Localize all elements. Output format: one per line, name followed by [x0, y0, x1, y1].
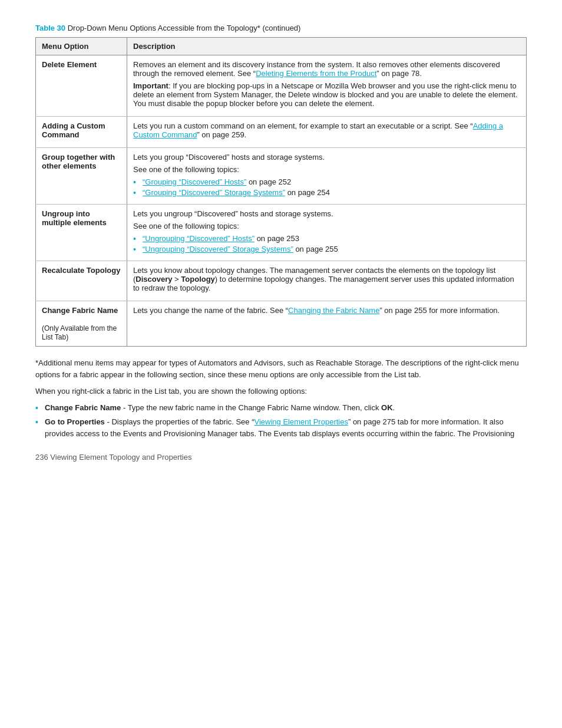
description-intro-para: Lets you ungroup “Discovered” hosts and …: [133, 209, 520, 218]
description-cell: Lets you group “Discovered” hosts and st…: [127, 148, 527, 205]
description-link[interactable]: Changing the Fabric Name: [288, 306, 379, 315]
main-table: Menu Option Description Delete ElementRe…: [35, 37, 527, 347]
bullet-link[interactable]: “Grouping “Discovered” Storage Systems”: [143, 188, 285, 197]
description-link[interactable]: Deleting Elements from the Product: [256, 69, 376, 78]
description-intro-para: Lets you group “Discovered” hosts and st…: [133, 153, 520, 162]
description-see-para: See one of the following topics:: [133, 165, 520, 174]
footnote-bullet-bold-end: OK: [381, 403, 393, 412]
table-row: Delete ElementRemoves an element and its…: [36, 55, 527, 117]
menu-option-label: Recalculate Topology: [42, 266, 120, 275]
description-cell: Lets you know about topology changes. Th…: [127, 261, 527, 301]
description-cell: Lets you ungroup “Discovered” hosts and …: [127, 205, 527, 261]
menu-option-cell: Adding a Custom Command: [36, 117, 127, 148]
table-row: Ungroup into multiple elementsLets you u…: [36, 205, 527, 261]
footnote-bullet-link[interactable]: Viewing Element Properties: [254, 417, 348, 426]
menu-option-label: Ungroup into multiple elements: [42, 209, 107, 227]
menu-option-label: Group together with other elements: [42, 153, 115, 170]
description-cell: Removes an element and its discovery ins…: [127, 55, 527, 117]
table-row: Recalculate TopologyLets you know about …: [36, 261, 527, 301]
description-para: Lets you know about topology changes. Th…: [133, 266, 520, 292]
table-caption: Table 30 Drop-Down Menu Options Accessib…: [35, 24, 527, 32]
menu-option-sub-label: (Only Available from the List Tab): [42, 324, 117, 341]
menu-option-cell: Group together with other elements: [36, 148, 127, 205]
table-row: Change Fabric Name(Only Available from t…: [36, 301, 527, 347]
col-header-description: Description: [127, 38, 527, 55]
description-bullet-list: “Ungrouping “Discovered” Hosts” on page …: [133, 234, 520, 253]
table-row: Adding a Custom CommandLets you run a cu…: [36, 117, 527, 148]
description-bold: Topology: [181, 275, 215, 284]
footnote-bullet-list: Change Fabric Name - Type the new fabric…: [35, 402, 527, 439]
menu-option-label: Change Fabric Name: [42, 306, 118, 315]
description-important-para: Important: If you are blocking pop-ups i…: [133, 81, 520, 108]
table-label: Table 30: [35, 24, 65, 32]
description-cell: Lets you change the name of the fabric. …: [127, 301, 527, 347]
footnote-section: *Additional menu items may appear for ty…: [35, 357, 527, 440]
description-bold: Discovery: [135, 275, 172, 284]
menu-option-cell: Delete Element: [36, 55, 127, 117]
menu-option-cell: Ungroup into multiple elements: [36, 205, 127, 261]
list-item: Change Fabric Name - Type the new fabric…: [35, 402, 527, 414]
bullet-link[interactable]: “Ungrouping “Discovered” Hosts”: [143, 234, 254, 243]
menu-option-label: Adding a Custom Command: [42, 121, 105, 139]
description-para: Lets you run a custom command on an elem…: [133, 121, 520, 139]
table-caption-text: Drop-Down Menu Options Accessible from t…: [68, 24, 301, 32]
description-para: Lets you change the name of the fabric. …: [133, 306, 520, 315]
description-cell: Lets you run a custom command on an elem…: [127, 117, 527, 148]
list-item: Go to Properties - Displays the properti…: [35, 416, 527, 440]
bullet-link[interactable]: “Grouping “Discovered” Hosts”: [143, 177, 246, 186]
footnote-intro: When you right-click a fabric in the Lis…: [35, 386, 527, 397]
footnote-bullet-label: Go to Properties: [45, 417, 105, 426]
list-item: “Ungrouping “Discovered” Storage Systems…: [133, 245, 520, 253]
page-footer: 236 Viewing Element Topology and Propert…: [35, 453, 527, 462]
important-label: Important: [133, 81, 168, 90]
menu-option-label: Delete Element: [42, 60, 97, 69]
description-link[interactable]: Adding a Custom Command: [133, 121, 503, 139]
description-see-para: See one of the following topics:: [133, 222, 520, 230]
menu-option-cell: Change Fabric Name(Only Available from t…: [36, 301, 127, 347]
footnote-bullet-label: Change Fabric Name: [45, 403, 121, 412]
menu-option-cell: Recalculate Topology: [36, 261, 127, 301]
description-bullet-list: “Grouping “Discovered” Hosts” on page 25…: [133, 177, 520, 197]
col-header-menu-option: Menu Option: [36, 38, 127, 55]
list-item: “Ungrouping “Discovered” Hosts” on page …: [133, 234, 520, 243]
list-item: “Grouping “Discovered” Hosts” on page 25…: [133, 177, 520, 186]
table-header-row: Menu Option Description: [36, 38, 527, 55]
footnote-star-note: *Additional menu items may appear for ty…: [35, 357, 527, 381]
list-item: “Grouping “Discovered” Storage Systems” …: [133, 188, 520, 197]
table-row: Group together with other elementsLets y…: [36, 148, 527, 205]
description-para: Removes an element and its discovery ins…: [133, 60, 520, 78]
bullet-link[interactable]: “Ungrouping “Discovered” Storage Systems…: [143, 245, 293, 253]
